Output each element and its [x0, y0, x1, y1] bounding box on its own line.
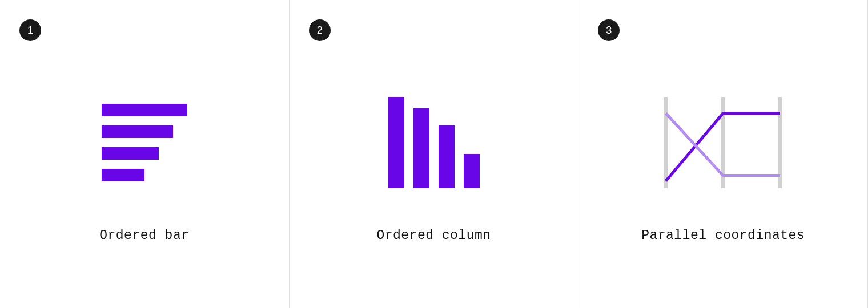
- chart-type-label: Ordered column: [376, 228, 491, 243]
- ordered-column-icon: [388, 86, 480, 200]
- bar-segment: [102, 169, 144, 181]
- bar-segment: [102, 147, 159, 160]
- panel-number-badge: 3: [598, 19, 620, 41]
- bar-segment: [102, 125, 173, 138]
- bar-segment: [102, 104, 187, 116]
- chart-type-label: Parallel coordinates: [641, 228, 805, 243]
- column-segment: [439, 125, 455, 188]
- column-segment: [464, 154, 480, 188]
- chart-type-panel: 1 Ordered bar: [0, 0, 290, 308]
- chart-type-label: Ordered bar: [99, 228, 189, 243]
- panel-number-badge: 2: [309, 19, 331, 41]
- column-segment: [413, 108, 429, 188]
- chart-type-panel: 2 Ordered column: [290, 0, 579, 308]
- panel-number-badge: 1: [19, 19, 41, 41]
- parallel-coordinates-icon: [660, 86, 786, 200]
- ordered-bar-icon: [102, 86, 187, 200]
- column-segment: [388, 97, 404, 188]
- chart-type-panel: 3 Parallel coordinates: [578, 0, 868, 308]
